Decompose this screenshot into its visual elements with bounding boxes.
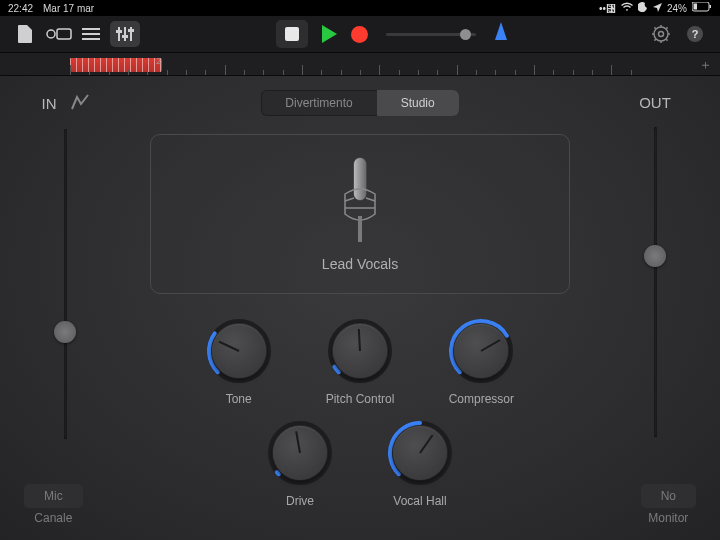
in-label: IN — [42, 95, 57, 112]
date: Mar 17 mar — [43, 3, 94, 14]
metronome-button[interactable] — [492, 22, 510, 46]
main-panel: IN OUT DivertimentoStudio — [0, 76, 720, 540]
svg-rect-23 — [358, 216, 362, 242]
svg-rect-6 — [82, 33, 100, 35]
svg-rect-12 — [122, 35, 128, 38]
svg-rect-19 — [354, 158, 366, 200]
knob-tone[interactable]: Tone — [206, 318, 272, 406]
channel-selector[interactable]: Mic Canale — [24, 484, 83, 532]
play-icon — [322, 25, 337, 43]
svg-text:?: ? — [692, 28, 699, 40]
fx-button[interactable] — [110, 21, 140, 47]
signal-icon: ••␩ — [599, 3, 616, 14]
volume-slider[interactable] — [386, 33, 476, 36]
channel-label: Canale — [34, 511, 72, 525]
battery-pct: 24% — [667, 3, 687, 14]
tab-divertimento[interactable]: Divertimento — [261, 90, 376, 116]
svg-point-14 — [654, 27, 668, 41]
tab-studio[interactable]: Studio — [377, 90, 459, 116]
add-section-button[interactable]: ＋ — [699, 56, 712, 74]
tracks-button[interactable] — [76, 21, 106, 47]
clock: 22:42 — [8, 3, 33, 14]
preset-name: Lead Vocals — [322, 256, 398, 272]
noise-gate-icon[interactable] — [71, 94, 89, 113]
input-level-slider[interactable] — [64, 129, 67, 439]
status-right: ••␩ 24% — [599, 2, 712, 14]
location-icon — [653, 3, 662, 14]
record-button[interactable] — [351, 26, 368, 43]
view-tabs: DivertimentoStudio — [261, 90, 458, 116]
help-button[interactable]: ? — [680, 21, 710, 47]
input-thumb[interactable] — [54, 321, 76, 343]
output-level-slider[interactable] — [654, 127, 657, 437]
svg-rect-2 — [710, 5, 712, 8]
timeline-ruler[interactable]: 2 ＋ — [0, 52, 720, 76]
transport — [276, 20, 368, 48]
toolbar: ? — [0, 16, 720, 52]
microphone-icon — [335, 156, 385, 246]
svg-rect-11 — [116, 30, 122, 33]
monitor-selector[interactable]: No Monitor — [641, 484, 696, 532]
knob-pitch-control[interactable]: Pitch Control — [326, 318, 395, 406]
wifi-icon — [621, 2, 633, 14]
my-songs-button[interactable] — [10, 21, 40, 47]
svg-rect-9 — [124, 27, 126, 41]
volume-thumb[interactable] — [460, 29, 471, 40]
out-label: OUT — [639, 94, 671, 111]
settings-button[interactable] — [646, 21, 676, 47]
svg-line-21 — [366, 198, 375, 201]
output-thumb[interactable] — [644, 245, 666, 267]
svg-rect-8 — [118, 27, 120, 41]
browser-button[interactable] — [44, 21, 74, 47]
monitor-chip[interactable]: No — [641, 484, 696, 508]
svg-point-3 — [47, 30, 55, 38]
ruler-ticks — [0, 53, 720, 75]
stop-icon — [285, 27, 299, 41]
svg-rect-13 — [128, 29, 134, 32]
dnd-icon — [638, 2, 648, 14]
record-icon — [351, 26, 368, 43]
play-button[interactable] — [322, 25, 337, 43]
monitor-label: Monitor — [648, 511, 688, 525]
svg-rect-1 — [694, 4, 698, 10]
svg-rect-7 — [82, 38, 100, 40]
knob-compressor[interactable]: Compressor — [448, 318, 514, 406]
channel-chip[interactable]: Mic — [24, 484, 83, 508]
output-column: OUT — [620, 94, 690, 437]
svg-point-15 — [659, 32, 664, 37]
status-bar: 22:42 Mar 17 mar ••␩ 24% — [0, 0, 720, 16]
svg-rect-4 — [57, 29, 71, 39]
battery-icon — [692, 2, 712, 14]
svg-line-20 — [345, 198, 354, 201]
svg-rect-5 — [82, 28, 100, 30]
input-column: IN — [30, 94, 100, 439]
stop-button[interactable] — [276, 20, 308, 48]
preset-selector[interactable]: Lead Vocals — [150, 134, 570, 294]
